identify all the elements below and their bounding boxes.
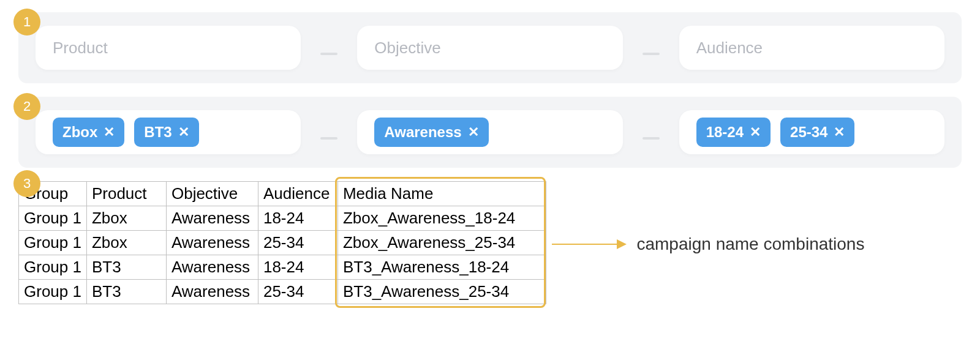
annotation-label: campaign name combinations [636,234,864,254]
cell-product: Zbox [86,231,166,255]
close-icon[interactable]: ✕ [834,124,845,140]
col-media-header: Media Name [337,182,546,206]
step-3-panel: 3 Group Product Objective Audience Media… [18,181,962,304]
cell-objective: Awareness [166,206,258,231]
separator-icon [320,137,337,140]
chip-label: Zbox [62,124,97,141]
cell-media: Zbox_Awareness_25-34 [337,231,546,255]
table-row: Group 1 BT3 Awareness 18-24 BT3_Awarenes… [19,255,546,280]
chip-label: 18-24 [706,124,744,141]
cell-audience: 18-24 [258,206,337,231]
cell-product: BT3 [86,255,166,280]
separator-icon [643,137,660,140]
annotation-arrow: campaign name combinations [549,234,864,254]
table-header-row: Group Product Objective Audience Media N… [19,182,546,206]
arrow-icon [552,244,625,245]
objective-chip[interactable]: Awareness ✕ [374,118,488,147]
col-product-header: Product [86,182,166,206]
close-icon[interactable]: ✕ [178,124,189,140]
col-audience-header: Audience [258,182,337,206]
separator-icon [320,53,337,55]
separator-icon [643,53,660,55]
cell-media: BT3_Awareness_18-24 [337,255,546,280]
audience-chip[interactable]: 25-34 ✕ [780,118,854,147]
product-input-filled[interactable]: Zbox ✕ BT3 ✕ [36,110,301,154]
objective-input[interactable]: Objective [357,26,622,70]
cell-product: Zbox [86,206,166,231]
cell-group: Group 1 [19,231,87,255]
cell-audience: 25-34 [258,280,337,304]
step-1-badge: 1 [13,9,40,36]
close-icon[interactable]: ✕ [104,124,115,140]
cell-media: BT3_Awareness_25-34 [337,280,546,304]
close-icon[interactable]: ✕ [750,124,761,140]
cell-media: Zbox_Awareness_18-24 [337,206,546,231]
cell-product: BT3 [86,280,166,304]
cell-group: Group 1 [19,280,87,304]
chip-label: Awareness [384,124,461,141]
cell-audience: 18-24 [258,255,337,280]
objective-input-filled[interactable]: Awareness ✕ [357,110,622,154]
product-chip[interactable]: Zbox ✕ [53,118,124,147]
step-2-panel: 2 Zbox ✕ BT3 ✕ Awareness ✕ 18-24 ✕ 25-34… [18,97,962,168]
step-1-panel: 1 Product Objective Audience [18,12,962,83]
chip-label: BT3 [144,124,172,141]
audience-input-filled[interactable]: 18-24 ✕ 25-34 ✕ [679,110,944,154]
cell-group: Group 1 [19,206,87,231]
table-row: Group 1 BT3 Awareness 25-34 BT3_Awarenes… [19,280,546,304]
product-chip[interactable]: BT3 ✕ [134,118,198,147]
table-row: Group 1 Zbox Awareness 25-34 Zbox_Awaren… [19,231,546,255]
cell-audience: 25-34 [258,231,337,255]
cell-objective: Awareness [166,231,258,255]
cell-objective: Awareness [166,255,258,280]
chip-label: 25-34 [790,124,827,141]
col-objective-header: Objective [166,182,258,206]
cell-objective: Awareness [166,280,258,304]
product-input[interactable]: Product [36,26,301,70]
audience-chip[interactable]: 18-24 ✕ [696,118,771,147]
combinations-table: Group Product Objective Audience Media N… [18,181,546,304]
step-3-badge: 3 [13,170,40,197]
step-2-badge: 2 [13,93,40,120]
cell-group: Group 1 [19,255,87,280]
audience-input[interactable]: Audience [679,26,944,70]
table-row: Group 1 Zbox Awareness 18-24 Zbox_Awaren… [19,206,546,231]
close-icon[interactable]: ✕ [468,124,479,140]
